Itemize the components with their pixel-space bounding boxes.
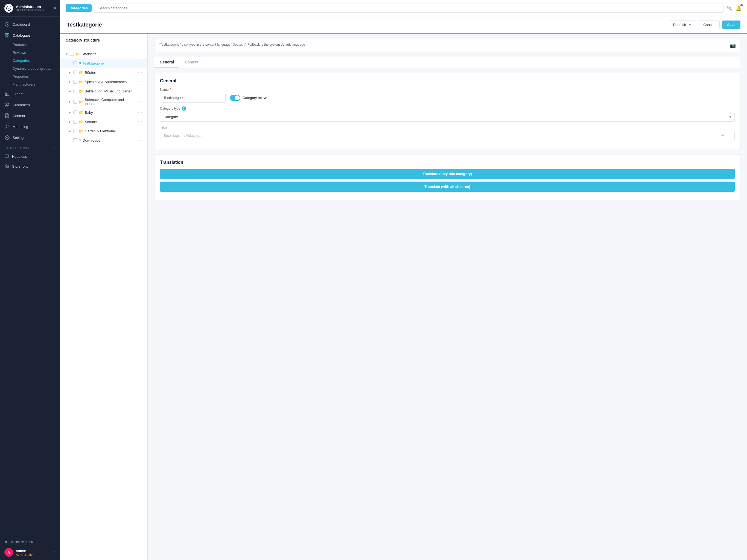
- category-tree: ▼ 📁 Startseite ⋯ Testkategorie ⋯: [60, 47, 147, 147]
- tree-item-schmuck[interactable]: ► 📁 Schmuck, Computer und Industrie ⋯: [60, 96, 147, 108]
- sidebar-item-customers[interactable]: Customers: [0, 99, 60, 110]
- expand-startseite-icon[interactable]: ▼: [65, 52, 69, 56]
- sidebar-item-settings[interactable]: Settings: [0, 132, 60, 143]
- sidebar-item-reviews[interactable]: Reviews: [0, 49, 60, 57]
- sidebar-item-label-catalogues: Catalogues: [12, 33, 31, 37]
- tree-item-buecher[interactable]: ► 📁 Bücher ⋯: [60, 68, 147, 77]
- translate-all-button[interactable]: Translate (with all children): [160, 182, 735, 192]
- more-options-testkategorie[interactable]: ⋯: [137, 60, 143, 66]
- expand-schmuck-icon[interactable]: ►: [68, 100, 72, 104]
- category-type-help-icon[interactable]: ?: [182, 106, 186, 111]
- user-role: Administrator: [16, 553, 53, 556]
- tree-item-garten[interactable]: ► 📁 Garten & Elektronik ⋯: [60, 126, 147, 136]
- checkbox-downloads[interactable]: [73, 138, 77, 142]
- category-active-toggle[interactable]: [230, 95, 240, 101]
- checkbox-bekleidung[interactable]: [73, 89, 77, 93]
- save-button[interactable]: Save: [722, 21, 741, 29]
- more-options-schuhe[interactable]: ⋯: [137, 119, 143, 124]
- tree-item-testkategorie[interactable]: Testkategorie ⋯: [60, 58, 147, 68]
- marketing-icon: [4, 124, 10, 129]
- sidebar-item-categories[interactable]: Categories: [0, 57, 60, 65]
- sidebar-item-label-content: Content: [12, 114, 25, 118]
- checkbox-schuhe[interactable]: [73, 120, 77, 124]
- orders-icon: [4, 91, 10, 97]
- tree-item-startseite[interactable]: ▼ 📁 Startseite ⋯: [60, 49, 147, 58]
- page-content: Testkategorie Deutsch ▼ Cancel Save Cate…: [60, 17, 747, 560]
- user-menu-chevron[interactable]: ∧: [53, 551, 56, 554]
- user-avatar: A: [4, 548, 13, 557]
- user-row: A admin Administrator ∧: [4, 548, 56, 557]
- tree-item-baby[interactable]: ► 📁 Baby ⋯: [60, 108, 147, 117]
- notification-bell[interactable]: 🔔: [736, 5, 742, 11]
- image-placeholder-icon[interactable]: 📷: [730, 43, 736, 49]
- checkbox-spielzeug[interactable]: [73, 80, 77, 84]
- sidebar-item-properties[interactable]: Properties: [0, 73, 60, 80]
- sidebar-item-storefront[interactable]: Storefront: [0, 161, 60, 171]
- language-select[interactable]: Deutsch ▼: [670, 20, 696, 29]
- sidebar-item-content[interactable]: Content: [0, 110, 60, 121]
- checkbox-testkategorie[interactable]: [73, 61, 77, 65]
- sidebar-header: Administration v6.3.1.0 Stable Version: [0, 0, 60, 17]
- name-input[interactable]: [160, 93, 226, 103]
- sidebar-item-products[interactable]: Products: [0, 41, 60, 49]
- svg-rect-6: [5, 92, 9, 96]
- tab-general[interactable]: General: [154, 57, 179, 68]
- tree-item-label-bekleidung: Bekleidung, Musik und Garten: [85, 89, 137, 93]
- checkbox-buecher[interactable]: [73, 71, 77, 74]
- expand-spielzeug-icon[interactable]: ►: [68, 80, 72, 84]
- translate-only-button[interactable]: Translate (only this category): [160, 169, 735, 179]
- more-options-garten[interactable]: ⋯: [137, 128, 143, 134]
- tree-item-label-schmuck: Schmuck, Computer und Industrie: [85, 98, 137, 106]
- category-type-select-wrapper: Category Folder Link ▼: [160, 112, 735, 122]
- tree-item-spielzeug[interactable]: ► 📁 Spielzeug & Außenbereich ⋯: [60, 77, 147, 86]
- search-input[interactable]: [95, 4, 723, 12]
- tags-input[interactable]: Enter tags individually... ▼: [160, 131, 735, 140]
- minimize-menu-button[interactable]: ◀ Minimize menu: [4, 538, 56, 546]
- expand-schuhe-icon[interactable]: ►: [68, 120, 72, 124]
- svg-rect-2: [5, 33, 6, 35]
- tree-item-bekleidung[interactable]: ► 📁 Bekleidung, Musik und Garten ⋯: [60, 86, 147, 96]
- sidebar-item-headless[interactable]: Headless: [0, 152, 60, 161]
- more-options-buecher[interactable]: ⋯: [137, 70, 143, 75]
- more-options-bekleidung[interactable]: ⋯: [137, 88, 143, 94]
- tree-item-downloads[interactable]: Downloads ⋯: [60, 136, 147, 145]
- tags-input-wrapper: Enter tags individually... ▼: [160, 131, 735, 140]
- category-active-label: Category active: [242, 96, 267, 100]
- category-structure-panel: Category structure ▼ 📁 Startseite ⋯: [60, 34, 148, 560]
- svg-point-11: [6, 137, 8, 138]
- search-icon[interactable]: 🔍: [727, 5, 732, 11]
- checkbox-baby[interactable]: [73, 110, 77, 114]
- expand-garten-icon[interactable]: ►: [68, 129, 72, 133]
- checkbox-startseite[interactable]: [70, 52, 74, 56]
- sidebar-item-dashboard[interactable]: Dashboard: [0, 19, 60, 30]
- more-options-downloads[interactable]: ⋯: [137, 137, 143, 143]
- expand-baby-icon[interactable]: ►: [68, 110, 72, 114]
- sidebar-item-marketing[interactable]: Marketing: [0, 121, 60, 132]
- sidebar-item-manufacturers[interactable]: Manufacturers: [0, 80, 60, 88]
- sidebar-item-orders[interactable]: Orders: [0, 88, 60, 99]
- more-options-startseite[interactable]: ⋯: [137, 51, 143, 57]
- language-chevron-icon: ▼: [688, 23, 692, 27]
- sidebar: Administration v6.3.1.0 Stable Version D…: [0, 0, 60, 560]
- sidebar-item-dynamic-product-groups[interactable]: Dynamic product groups: [0, 65, 60, 73]
- cancel-button[interactable]: Cancel: [698, 20, 719, 29]
- folder-icon-garten: 📁: [79, 129, 83, 133]
- more-options-schmuck[interactable]: ⋯: [137, 99, 143, 104]
- checkbox-schmuck[interactable]: [73, 100, 77, 104]
- expand-bekleidung-icon[interactable]: ►: [68, 89, 72, 93]
- svg-marker-10: [5, 125, 7, 128]
- page-actions: Deutsch ▼ Cancel Save: [670, 20, 741, 29]
- topbar-category-tag[interactable]: Categories: [66, 4, 92, 12]
- sidebar-item-catalogues[interactable]: Catalogues: [0, 30, 60, 41]
- add-sales-channel-icon[interactable]: +: [54, 147, 56, 150]
- category-type-form-group: Category type ? Category Folder Link ▼: [160, 106, 735, 122]
- checkbox-garten[interactable]: [73, 129, 77, 133]
- category-type-select[interactable]: Category Folder Link: [160, 112, 735, 122]
- tree-item-schuhe[interactable]: ► 📁 Schuhe ⋯: [60, 117, 147, 126]
- tab-content[interactable]: Content: [179, 57, 204, 68]
- more-options-baby[interactable]: ⋯: [137, 110, 143, 115]
- tree-item-label-spielzeug: Spielzeug & Außenbereich: [85, 80, 137, 84]
- expand-buecher-icon[interactable]: ►: [68, 70, 72, 75]
- folder-icon-startseite: 📁: [75, 52, 80, 56]
- more-options-spielzeug[interactable]: ⋯: [137, 79, 143, 84]
